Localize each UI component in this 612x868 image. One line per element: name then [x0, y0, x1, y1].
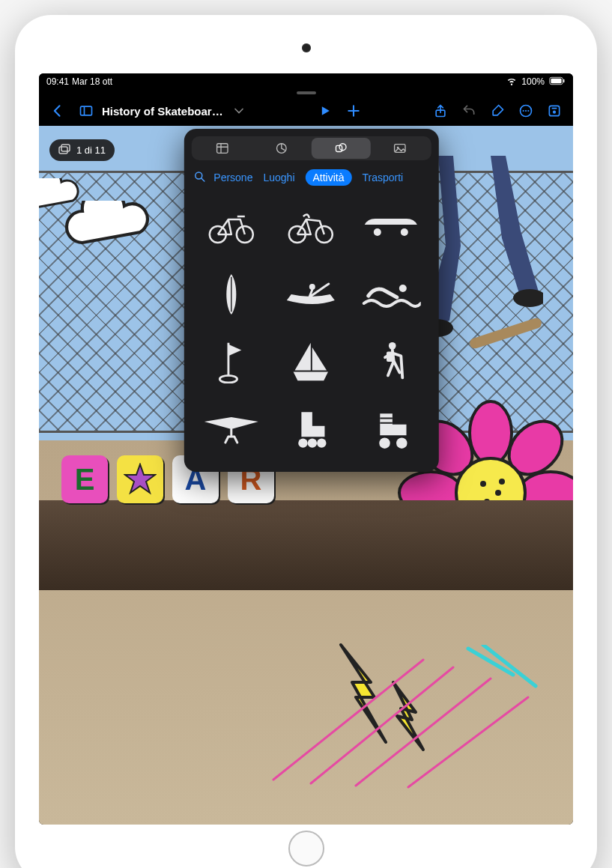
surfboard-icon[interactable]	[196, 265, 267, 324]
battery-icon	[549, 76, 566, 88]
svg-rect-2	[563, 79, 565, 82]
svg-rect-3	[81, 106, 92, 115]
letter-e: E	[61, 455, 108, 503]
svg-point-16	[470, 401, 512, 464]
swimming-icon[interactable]	[356, 265, 427, 324]
bench-prop	[39, 500, 573, 590]
charts-segment[interactable]	[252, 138, 311, 159]
svg-point-9	[527, 110, 529, 112]
slide-counter-label: 1 di 11	[76, 145, 106, 156]
svg-point-49	[219, 375, 237, 383]
svg-point-7	[523, 110, 524, 112]
svg-point-38	[195, 172, 202, 179]
bicycle-2-icon[interactable]	[276, 198, 347, 256]
category-trasporti[interactable]: Trasporti	[363, 172, 404, 183]
undo-button[interactable]	[456, 99, 482, 123]
svg-point-52	[299, 438, 308, 447]
front-camera	[302, 43, 311, 52]
svg-point-54	[318, 438, 327, 447]
back-button[interactable]	[45, 99, 70, 123]
shape-category-bar: Persone Luoghi Attività Trasporti	[184, 163, 438, 193]
svg-point-55	[379, 437, 390, 449]
speed-rays-icon	[258, 645, 543, 795]
svg-point-28	[499, 479, 505, 485]
svg-rect-1	[551, 78, 561, 82]
document-menu-chevron-icon[interactable]	[226, 99, 252, 123]
insert-popover: Persone Luoghi Attività Trasporti	[184, 129, 438, 472]
slide-canvas[interactable]: E A R 1 di 11	[39, 126, 573, 825]
svg-marker-29	[125, 464, 155, 493]
category-persone[interactable]: Persone	[213, 172, 252, 183]
tables-segment[interactable]	[193, 138, 252, 159]
play-button[interactable]	[312, 99, 338, 123]
hang-glider-icon[interactable]	[196, 400, 267, 458]
add-button[interactable]	[341, 99, 366, 123]
cloud-doodle-icon	[39, 178, 91, 216]
svg-rect-32	[217, 144, 228, 154]
screen: 09:41 Mar 18 ott 100% History o	[39, 73, 573, 825]
sidebar-toggle-button[interactable]	[73, 99, 99, 123]
shapes-segment[interactable]	[311, 138, 370, 159]
shape-grid	[184, 193, 438, 472]
svg-point-11	[553, 111, 556, 114]
document-title[interactable]: History of Skateboar…	[102, 105, 223, 118]
svg-point-26	[495, 490, 501, 496]
svg-point-13	[513, 289, 543, 307]
insert-type-segmented	[191, 136, 431, 160]
svg-point-44	[401, 228, 408, 236]
rollerblade-icon[interactable]	[276, 400, 347, 458]
bicycle-1-icon[interactable]	[196, 198, 267, 256]
svg-point-47	[399, 285, 407, 292]
svg-point-53	[308, 438, 317, 447]
rowing-icon[interactable]	[276, 265, 347, 324]
battery-label: 100%	[521, 76, 545, 87]
svg-point-35	[339, 144, 346, 151]
inspector-button[interactable]	[542, 99, 567, 123]
svg-rect-31	[61, 145, 70, 151]
golf-flag-icon[interactable]	[196, 333, 267, 391]
home-button[interactable]	[288, 831, 324, 867]
skateboard-icon[interactable]	[356, 198, 427, 256]
format-brush-button[interactable]	[485, 99, 510, 123]
share-button[interactable]	[428, 99, 453, 123]
category-attivita[interactable]: Attività	[306, 169, 352, 186]
svg-point-25	[480, 481, 486, 487]
search-icon[interactable]	[193, 170, 206, 186]
svg-point-8	[525, 110, 527, 112]
status-bar: 09:41 Mar 18 ott 100%	[39, 73, 573, 90]
slides-stack-icon	[58, 144, 70, 157]
rollerskate-icon[interactable]	[356, 400, 427, 458]
media-segment[interactable]	[370, 138, 429, 159]
multitask-indicator[interactable]	[297, 91, 316, 94]
ipad-device-frame: 09:41 Mar 18 ott 100% History o	[15, 15, 597, 868]
svg-point-56	[396, 437, 408, 449]
status-date: Mar 18 ott	[72, 76, 112, 87]
svg-point-43	[374, 228, 381, 236]
svg-rect-14	[468, 317, 542, 350]
more-button[interactable]	[513, 99, 539, 123]
slide-counter[interactable]: 1 di 11	[49, 139, 115, 161]
status-time: 09:41	[46, 76, 69, 87]
wifi-icon	[506, 76, 517, 88]
app-toolbar: History of Skateboar…	[39, 96, 573, 126]
svg-rect-51	[387, 351, 394, 362]
svg-rect-30	[59, 147, 67, 154]
letter-b	[117, 455, 163, 503]
hiker-icon[interactable]	[356, 333, 427, 391]
category-luoghi[interactable]: Luoghi	[263, 172, 294, 183]
sailboat-icon[interactable]	[276, 333, 347, 391]
